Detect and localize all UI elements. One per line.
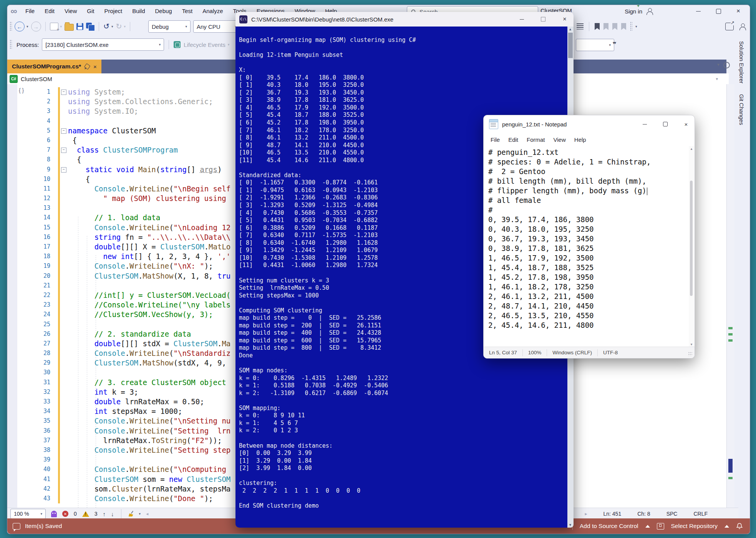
- redo-button[interactable]: ↻: [116, 23, 122, 30]
- console-scrollbar-thumb[interactable]: [568, 33, 573, 58]
- notepad-resize-grip[interactable]: [688, 352, 693, 356]
- error-count[interactable]: 0: [74, 511, 77, 517]
- console-minimize-button[interactable]: [513, 12, 531, 27]
- editor-scrollbar-map[interactable]: [726, 84, 734, 508]
- save-button[interactable]: [76, 23, 83, 30]
- open-folder-button[interactable]: [65, 24, 74, 31]
- toolbar-overflow-dropdown[interactable]: ▾: [635, 25, 637, 28]
- notepad-zoom-indicator[interactable]: 100%: [523, 350, 547, 355]
- menu-item-view[interactable]: View: [60, 5, 82, 17]
- menu-item-edit[interactable]: Edit: [40, 5, 60, 17]
- console-maximize-button[interactable]: [534, 12, 552, 27]
- minimize-button[interactable]: [688, 5, 708, 17]
- resize-grip[interactable]: [750, 523, 750, 529]
- project-dropdown[interactable]: ClusterSOM: [21, 76, 52, 82]
- zoom-dropdown[interactable]: 100 %▾: [10, 509, 46, 519]
- menu-item-build[interactable]: Build: [127, 5, 150, 17]
- solution-configuration-dropdown[interactable]: Debug▾: [148, 20, 191, 33]
- lifecycle-events-button[interactable]: Lifecycle Events: [184, 42, 225, 48]
- notepad-title-bar[interactable]: penguin_12.txt - Notepad ×: [484, 115, 695, 133]
- nav-dropdown-caret[interactable]: ▾: [716, 76, 718, 81]
- toolbar-overflow-icon[interactable]: ▾▾: [613, 40, 615, 45]
- notepad-minimize-button[interactable]: [636, 115, 653, 133]
- save-all-button[interactable]: [86, 23, 94, 30]
- toolbar-grip[interactable]: [10, 40, 12, 50]
- fold-collapse-icon[interactable]: −: [61, 148, 66, 153]
- bell-icon[interactable]: [736, 523, 743, 530]
- menu-item-analyze[interactable]: Analyze: [197, 5, 228, 17]
- notepad-close-button[interactable]: ×: [678, 115, 695, 133]
- navigate-back-button[interactable]: ←: [15, 22, 25, 32]
- fold-collapse-icon[interactable]: −: [61, 90, 66, 95]
- navigate-back-dropdown[interactable]: ▾: [27, 25, 28, 28]
- select-repository-button[interactable]: Select Repository: [671, 523, 718, 530]
- scroll-up-arrow-icon[interactable]: ▲: [569, 27, 572, 31]
- char-indicator[interactable]: Ch: 8: [637, 511, 650, 517]
- add-to-source-control-button[interactable]: Add to Source Control: [580, 523, 638, 530]
- notepad-menu-format[interactable]: Format: [523, 135, 549, 144]
- space-indicator[interactable]: SPC: [666, 511, 678, 517]
- menu-item-test[interactable]: Test: [177, 5, 198, 17]
- maximize-button[interactable]: [708, 5, 728, 17]
- side-tab-git-changes[interactable]: Git Changes: [738, 94, 744, 125]
- feedback-icon[interactable]: [739, 23, 746, 30]
- notepad-menu-help[interactable]: Help: [570, 135, 590, 144]
- scroll-down-arrow-icon[interactable]: ▼: [690, 343, 693, 346]
- notepad-menu-edit[interactable]: Edit: [504, 135, 522, 144]
- hscroll-right-arrow[interactable]: ▸: [585, 511, 587, 516]
- notepad-menu-view[interactable]: View: [550, 135, 570, 144]
- notepad-maximize-button[interactable]: [657, 115, 674, 133]
- new-item-dropdown[interactable]: ▾: [60, 25, 62, 28]
- partial-dropdown[interactable]: ▾: [576, 39, 614, 51]
- lifecycle-events-dropdown[interactable]: ▾: [228, 43, 230, 46]
- undo-button[interactable]: ↺: [103, 23, 109, 30]
- code-cleanup-broom-icon[interactable]: [128, 511, 134, 517]
- notepad-text-area[interactable]: # penguin_12.txt# species: 0 = Adelie, 1…: [484, 146, 689, 347]
- menu-item-file[interactable]: File: [20, 5, 40, 17]
- toolbar-options-grip[interactable]: [630, 22, 632, 32]
- dropdown-caret-icon[interactable]: ▾: [717, 62, 720, 68]
- scroll-up-arrow-icon[interactable]: ▲: [690, 147, 693, 151]
- next-issue-arrow-icon[interactable]: ↓: [111, 511, 114, 517]
- toolbar-grip[interactable]: [10, 22, 12, 32]
- next-bookmark-button[interactable]: [612, 23, 617, 30]
- fold-collapse-icon[interactable]: −: [61, 128, 66, 134]
- menu-item-git[interactable]: Git: [82, 5, 99, 17]
- previous-bookmark-button[interactable]: [603, 23, 608, 30]
- document-tab-clustersomprogram[interactable]: ClusterSOMProgram.cs* ×: [7, 60, 101, 73]
- sign-in-button[interactable]: Sign in +: [625, 5, 653, 17]
- fold-collapse-icon[interactable]: −: [61, 167, 66, 173]
- process-dropdown[interactable]: [23180] ClusterSOM.exe▾: [42, 38, 164, 51]
- notepad-window[interactable]: penguin_12.txt - Notepad × FileEditForma…: [483, 115, 695, 359]
- menu-item-debug[interactable]: Debug: [150, 5, 177, 17]
- console-title-bar[interactable]: C:\ C:\VSM\ClusterSOM\bin\Debug\net8.0\C…: [235, 12, 574, 27]
- hscroll-left-arrow[interactable]: ◂: [146, 511, 148, 516]
- menu-item-project[interactable]: Project: [99, 5, 127, 17]
- line-indicator[interactable]: Ln: 451: [603, 511, 621, 517]
- pin-icon[interactable]: [84, 63, 91, 70]
- window-list-icon[interactable]: [577, 23, 584, 30]
- clear-bookmarks-button[interactable]: [621, 23, 626, 30]
- close-tab-icon[interactable]: ×: [93, 63, 97, 70]
- share-icon[interactable]: [725, 23, 734, 30]
- warning-count[interactable]: 3: [94, 511, 98, 517]
- toggle-bookmark-button[interactable]: [595, 23, 600, 30]
- scrollbar-thumb[interactable]: [728, 459, 733, 473]
- close-button[interactable]: ×: [728, 5, 748, 17]
- navigate-forward-button[interactable]: →: [31, 22, 41, 32]
- extension-ghost-icon[interactable]: [51, 511, 57, 517]
- eol-indicator[interactable]: CRLF: [693, 511, 708, 517]
- code-cleanup-dropdown[interactable]: ▾: [139, 512, 141, 516]
- notepad-scrollbar[interactable]: ▲ ▼: [689, 146, 694, 347]
- scroll-down-arrow-icon[interactable]: ▼: [569, 523, 572, 527]
- previous-issue-arrow-icon[interactable]: ↑: [103, 511, 106, 517]
- gear-icon[interactable]: [723, 62, 730, 68]
- solution-platform-dropdown[interactable]: Any CPU▾: [193, 20, 240, 33]
- side-tab-solution-explorer[interactable]: Solution Explorer: [738, 41, 744, 83]
- redo-dropdown[interactable]: ▾: [124, 25, 126, 28]
- console-close-button[interactable]: ×: [556, 12, 574, 27]
- new-item-button[interactable]: [50, 23, 58, 30]
- undo-dropdown[interactable]: ▾: [111, 25, 113, 28]
- notepad-menu-file[interactable]: File: [487, 135, 504, 144]
- notepad-scrollbar-thumb[interactable]: [690, 181, 693, 296]
